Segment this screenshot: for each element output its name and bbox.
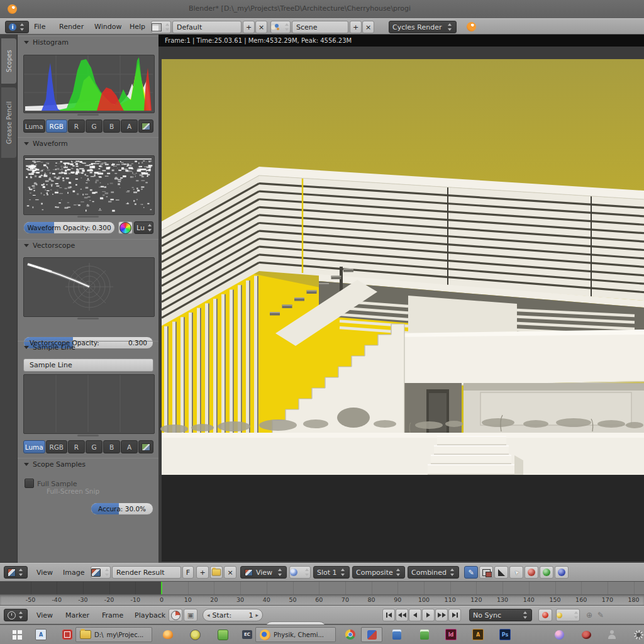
channel-luma-button[interactable]: Luma [23,119,45,133]
app-gear[interactable] [628,627,644,642]
new-image-button[interactable] [210,566,223,579]
menu-render[interactable]: Render [59,23,84,31]
menu-help[interactable]: Help [130,23,145,31]
add-scene-button[interactable]: + [350,21,362,33]
screen-layout-browse-button[interactable] [151,21,171,33]
unlink-image-button[interactable]: × [224,566,236,579]
app-person[interactable] [601,627,623,642]
auto-keyframe-button[interactable] [556,609,580,621]
scene-field[interactable]: Scene [292,21,348,33]
pause-preview-toggle[interactable]: ▣ [184,609,197,621]
mask-mode-button[interactable] [479,566,493,579]
time-indicator-toggle[interactable] [169,609,182,621]
app-orange[interactable] [157,627,179,642]
scope-image-button[interactable] [138,440,153,453]
menu-file[interactable]: File [34,23,45,31]
channel-a-button[interactable]: A [121,119,138,133]
menu-tl-marker[interactable]: Marker [65,611,89,619]
playback-jump-end-button[interactable] [448,609,461,621]
waveform-opacity-slider[interactable]: Waveform Opacity: 0.300 [23,221,115,234]
editor-type-timeline-button[interactable] [4,609,28,621]
render-layer-dropdown[interactable]: Composite [352,566,405,579]
tab-scopes[interactable]: Scopes [1,38,16,84]
render-pass-dropdown[interactable]: Combined [408,566,459,579]
menu-image[interactable]: Image [63,569,84,577]
scene-browse-button[interactable] [270,21,291,33]
waveform-color-button[interactable] [118,221,133,234]
red-channel-button[interactable] [525,566,538,579]
timeline-ruler[interactable]: -50-40-30-20-100102030405060708090100110… [0,595,644,606]
vectorscope-resize-grip[interactable] [77,318,99,319]
decrement-arrow-icon[interactable]: ◂ [207,612,210,618]
green-channel-button[interactable] [540,566,553,579]
scope-samples-panel-header[interactable]: Scope Samples [18,458,158,470]
waveform-mode-dropdown[interactable]: Lu [134,221,153,234]
channel-rgb-button[interactable]: RGB [46,440,68,453]
channel-g-button[interactable]: G [86,119,103,133]
add-layout-button[interactable]: + [243,21,255,33]
channel-rgb-button[interactable]: RGB [46,119,68,133]
menu-tl-frame[interactable]: Frame [102,611,123,619]
chrome[interactable] [340,627,361,642]
channel-a-button[interactable]: A [121,440,138,453]
render-result-image[interactable] [158,47,644,563]
media-app[interactable] [57,627,78,642]
histogram-resize-grip[interactable] [77,114,99,116]
display-channels-button[interactable] [289,566,311,579]
channel-b-button[interactable]: B [103,440,120,453]
search-app[interactable]: A [30,627,52,642]
app-ai[interactable]: A [467,627,489,642]
close-layout-button[interactable]: × [255,21,267,33]
timeline-track[interactable] [0,582,644,595]
slot-dropdown[interactable]: Slot 1 [313,566,350,579]
vectorscope-panel-header[interactable]: Vectorscope [18,239,158,251]
doc-green[interactable] [414,627,435,642]
app-diamond[interactable] [522,627,543,642]
channel-r-button[interactable]: R [68,440,85,453]
accuracy-slider[interactable]: Accura: 30.0% [91,502,153,515]
playback-play-button[interactable] [422,609,435,621]
playback-play-reverse-button[interactable] [409,609,421,621]
histogram-panel-header[interactable]: Histogram [18,36,158,48]
curves-button[interactable] [494,566,508,579]
channel-g-button[interactable]: G [86,440,103,453]
increment-arrow-icon[interactable]: ▸ [255,612,258,618]
app-yellow[interactable] [184,627,206,642]
tab-grease-pencil[interactable]: Grease Pencil [1,87,16,158]
sync-dropdown[interactable]: No Sync [469,609,532,621]
keying-set-icon[interactable]: ⊕ [586,611,592,619]
record-button[interactable] [538,609,552,621]
explorer-task[interactable]: D:\_my\Projec... [75,627,152,642]
start[interactable] [6,627,28,642]
menu-tl-view[interactable]: View [36,611,53,619]
capture-app[interactable] [361,627,382,642]
sample-line-resize-grip[interactable] [77,435,99,436]
sample-line-button[interactable]: Sample Line [23,358,153,372]
full-sample-checkbox[interactable] [25,479,34,488]
current-frame-line[interactable] [161,582,162,594]
app-bug[interactable] [575,627,597,642]
menu-tl-playback[interactable]: Playback [135,611,165,619]
channel-luma-button[interactable]: Luma [23,440,45,453]
menu-view[interactable]: View [36,569,53,577]
playback-jump-start-button[interactable] [382,609,395,621]
pin-button[interactable]: + [196,566,209,579]
waveform-panel-header[interactable]: Waveform [18,137,158,149]
keying-pencil-icon[interactable]: ✎ [597,611,604,619]
image-datablock-field[interactable]: Render Result [112,566,181,579]
screen-layout-field[interactable]: Default [172,21,242,33]
app-ec[interactable]: EC [236,627,258,642]
waveform-resize-grip[interactable] [77,216,99,218]
render-engine-dropdown[interactable]: Cycles Render [389,21,457,33]
app-id[interactable]: Id [440,627,462,642]
app-ps[interactable]: Ps [494,627,516,642]
doc-blue[interactable] [386,627,408,642]
app-green[interactable] [212,627,233,642]
editor-type-image-button[interactable] [4,566,28,579]
app-sphere[interactable] [548,627,570,642]
fake-user-button[interactable]: F [182,566,194,579]
playback-next-key-button[interactable] [435,609,448,621]
image-browse-button[interactable] [91,566,111,579]
channel-r-button[interactable]: R [68,119,85,133]
scope-image-button[interactable] [138,119,153,133]
